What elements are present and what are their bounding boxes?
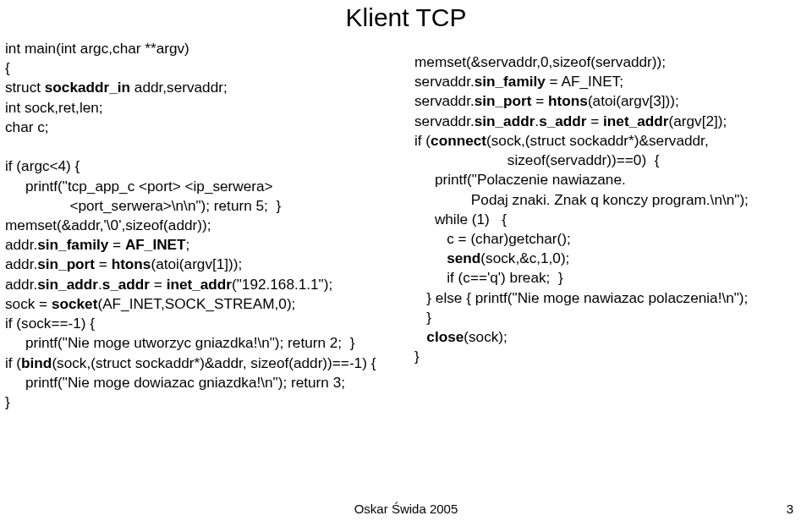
code-line	[414, 328, 426, 345]
code-keyword: sockaddr_in	[45, 79, 130, 96]
code-line: }	[414, 348, 420, 365]
left-code-column: int main(int argc,char **argv) { struct …	[5, 39, 411, 412]
code-line: char c;	[5, 118, 49, 135]
code-line: if (	[414, 132, 431, 149]
code-keyword: sin_family	[475, 73, 546, 90]
right-code-column: memset(&servaddr,0,sizeof(servaddr)); se…	[414, 52, 812, 367]
code-line: <port_serwera>\n\n"); return 5; }	[5, 197, 281, 214]
code-line: printf("Nie moge utworzyc gniazdka!\n");…	[5, 334, 354, 351]
code-line: (sock,&c,1,0);	[480, 250, 569, 266]
code-keyword: sin_family	[37, 236, 108, 253]
code-line: if (sock==-1) {	[5, 315, 95, 332]
code-keyword: htons	[548, 92, 588, 109]
code-keyword: s_addr	[102, 276, 150, 293]
code-keyword: send	[447, 250, 480, 266]
code-line: = AF_INET;	[546, 73, 623, 90]
code-line: }	[414, 309, 431, 326]
code-line: if (c=='q') break; }	[414, 269, 563, 286]
code-line: int sock,ret,len;	[5, 99, 103, 116]
code-line: } else { printf("Nie moge nawiazac polac…	[414, 289, 748, 306]
footer-author: Oskar Świda 2005	[0, 502, 812, 516]
code-line: while (1) {	[414, 211, 507, 228]
code-line: (sock);	[464, 328, 508, 345]
code-line: {	[5, 59, 10, 76]
code-line: addr.	[5, 255, 37, 272]
code-line: int main(int argc,char **argv)	[5, 40, 189, 57]
code-line: (AF_INET,SOCK_STREAM,0);	[97, 295, 295, 312]
code-line: servaddr.	[414, 73, 475, 90]
code-line: =	[150, 276, 167, 293]
code-line: sock =	[5, 295, 52, 312]
code-keyword: AF_INET	[125, 236, 186, 253]
code-keyword: sin_addr	[37, 276, 98, 293]
code-line: if (argc<4) {	[5, 157, 80, 174]
code-line: addr,servaddr;	[130, 79, 228, 96]
code-line: =	[587, 112, 604, 129]
code-line: (argv[2]);	[668, 112, 727, 129]
page-number: 3	[787, 502, 793, 516]
code-line: c = (char)getchar();	[414, 230, 571, 247]
code-line: =	[95, 255, 112, 272]
code-line: printf("Nie moge dowiazac gniazdka!\n");…	[5, 374, 345, 391]
code-keyword: sin_port	[475, 92, 532, 109]
code-keyword: bind	[21, 354, 52, 371]
code-line: memset(&addr,'\0',sizeof(addr));	[5, 217, 211, 233]
code-keyword: inet_addr	[603, 112, 668, 129]
code-line: addr.	[5, 236, 37, 253]
code-line: (atoi(argv[3]));	[588, 92, 679, 109]
code-line: addr.	[5, 276, 37, 293]
slide-title: Klient TCP	[0, 3, 812, 32]
code-line: struct	[5, 79, 45, 96]
code-keyword: htons	[112, 255, 151, 272]
code-keyword: inet_addr	[167, 276, 232, 293]
code-keyword: sin_addr	[475, 112, 535, 129]
code-keyword: sin_port	[37, 255, 95, 272]
code-line	[414, 250, 447, 266]
code-line: =	[532, 92, 549, 109]
code-line: ;	[186, 236, 190, 253]
code-line: memset(&servaddr,0,sizeof(servaddr));	[414, 53, 666, 70]
page: Klient TCP int main(int argc,char **argv…	[0, 0, 812, 521]
code-line: if (	[5, 354, 21, 371]
code-keyword: s_addr	[539, 112, 586, 129]
code-line: (sock,(struct sockaddr*)&servaddr,	[486, 132, 709, 149]
code-line: printf("tcp_app_c <port> <ip_serwera>	[5, 178, 273, 195]
code-keyword: socket	[52, 295, 97, 312]
code-line: servaddr.	[414, 92, 475, 109]
code-line: }	[5, 393, 10, 410]
code-line: sizeof(servaddr))==0) {	[414, 151, 659, 168]
code-line: ("192.168.1.1");	[232, 276, 332, 293]
code-line: (atoi(argv[1]));	[151, 255, 242, 272]
code-keyword: connect	[431, 132, 486, 149]
code-line: printf("Polaczenie nawiazane.	[414, 171, 626, 188]
code-line: servaddr.	[414, 112, 475, 129]
code-keyword: close	[426, 328, 464, 345]
code-line: =	[108, 236, 125, 253]
code-line: (sock,(struct sockaddr*)&addr, sizeof(ad…	[52, 354, 376, 371]
code-line: Podaj znaki. Znak q konczy program.\n\n"…	[414, 191, 749, 208]
